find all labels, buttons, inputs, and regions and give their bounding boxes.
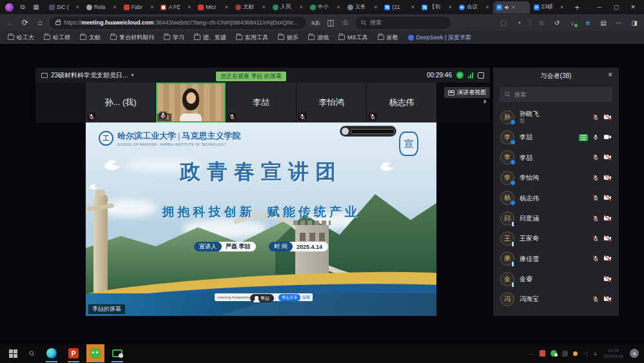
favorite-star-icon[interactable]: ☆	[340, 18, 351, 27]
tray-wechat-icon[interactable]	[551, 350, 557, 357]
stop-sharing-button[interactable]: 停止共享	[278, 294, 300, 301]
chevron-down-icon[interactable]: ▾	[131, 72, 133, 78]
bookmark-item[interactable]: 哈工大	[8, 34, 34, 42]
web-capture-icon[interactable]: ⬚	[499, 19, 508, 26]
participant-row[interactable]: 冯冯海宝	[493, 289, 619, 309]
fullscreen-icon[interactable]	[478, 72, 484, 79]
participant-row[interactable]: 孙孙晓飞我	[493, 107, 619, 127]
bookmark-item[interactable]: 复合材料期刊	[110, 34, 154, 42]
tray-notification-dot[interactable]	[573, 351, 578, 356]
address-bar[interactable]: https://meeting.huaweicloud.com:36443/we…	[50, 17, 306, 29]
close-button[interactable]: ✕	[625, 0, 641, 14]
hide-share-bar-button[interactable]: 隐藏	[302, 295, 310, 300]
collections-icon[interactable]: ▤	[599, 19, 608, 26]
tab-close-icon[interactable]: ×	[225, 4, 228, 10]
camera-icon-off[interactable]	[603, 152, 612, 163]
video-tile[interactable]: 李怡鸿	[297, 83, 366, 123]
tab-close-icon[interactable]: ×	[512, 4, 515, 10]
tab-close-icon[interactable]: ×	[76, 4, 79, 10]
tab-close-icon[interactable]: ×	[337, 4, 340, 10]
camera-icon-off[interactable]	[603, 273, 612, 285]
camera-icon-off[interactable]	[603, 213, 612, 224]
browser-tab[interactable]: 文献×	[232, 1, 269, 14]
toolbar-search-box[interactable]	[355, 17, 451, 29]
home-icon[interactable]: ⌂	[35, 18, 45, 27]
camera-icon[interactable]	[603, 132, 612, 143]
participant-row[interactable]: 邱邱意涵	[493, 208, 619, 228]
workspaces-icon[interactable]: ⧉	[18, 4, 27, 10]
close-panel-icon[interactable]: ×	[608, 71, 612, 79]
tab-close-icon[interactable]: ×	[374, 4, 377, 10]
tab-close-icon[interactable]: ×	[150, 4, 153, 10]
camera-icon-off[interactable]	[603, 293, 612, 305]
tab-close-icon[interactable]: ×	[449, 4, 452, 10]
lock-icon[interactable]	[55, 21, 61, 25]
browser-tab[interactable]: w会议×	[456, 1, 493, 14]
mic-icon-muted[interactable]	[592, 293, 599, 305]
tray-app-icon[interactable]	[540, 350, 545, 357]
mic-icon-muted[interactable]	[592, 172, 599, 184]
camera-icon-off[interactable]	[603, 233, 612, 244]
browser-profile-avatar[interactable]	[5, 3, 14, 12]
browser-tab[interactable]: 人民×	[269, 1, 306, 14]
mic-icon-muted[interactable]	[592, 213, 599, 224]
video-tile[interactable]: 李喆	[226, 83, 296, 123]
participant-row[interactable]: 李李喆	[493, 148, 619, 168]
bookmark-item[interactable]: 游戏	[308, 34, 329, 42]
bookmark-item[interactable]: 家教	[378, 34, 398, 42]
browser-tab[interactable]: SiC (×	[46, 1, 83, 14]
browser-tab[interactable]: 中小×	[307, 1, 344, 14]
hidden-icons-chevron[interactable]: ︿	[529, 350, 534, 357]
network-tray-icon[interactable]: ▲	[592, 350, 598, 357]
mic-icon-muted[interactable]	[592, 233, 599, 244]
refresh-icon[interactable]: ⟳	[20, 18, 30, 27]
browser-tab[interactable]: D×	[493, 1, 530, 14]
taskbar-powerpoint-icon[interactable]: P	[64, 344, 83, 362]
browser-tab[interactable]: A FE×	[157, 1, 194, 14]
filmstrip-next-icon[interactable]: ›	[483, 96, 486, 106]
more-icon[interactable]: ⋯	[614, 19, 623, 26]
search-input[interactable]	[370, 19, 445, 26]
participant-row[interactable]: 王王家奇	[493, 228, 619, 248]
mic-icon-muted[interactable]	[592, 192, 599, 204]
browser-tab[interactable]: D23硕×	[531, 1, 567, 14]
bookmark-item-deepseek[interactable]: DeepSeek | 深度求索	[408, 34, 471, 42]
copilot-icon[interactable]: ◔	[514, 19, 523, 26]
split-screen-icon[interactable]: ◫	[326, 18, 336, 27]
video-tile[interactable]: 李喆	[156, 83, 226, 123]
history-icon[interactable]: ↺	[552, 19, 561, 26]
bookmark-item[interactable]: 文献	[80, 34, 101, 42]
tab-close-icon[interactable]: ×	[262, 4, 266, 10]
minimize-button[interactable]: ─	[591, 0, 608, 14]
camera-icon-off[interactable]	[603, 112, 612, 123]
taskbar-clock[interactable]: 10:04 2025/4/14	[603, 348, 623, 360]
taskbar-screenshare-icon[interactable]	[108, 344, 126, 362]
camera-icon-off[interactable]	[603, 172, 612, 184]
meeting-title-group[interactable]: 23硕材料科学党支部党日... ▾	[41, 71, 133, 80]
tray-icon[interactable]	[562, 351, 568, 357]
taskbar-edge-icon[interactable]	[43, 344, 61, 362]
browser-tab[interactable]: 义务×	[344, 1, 381, 14]
browser-tab[interactable]: Fabr×	[121, 1, 157, 14]
bookmark-item[interactable]: 娱乐	[278, 34, 298, 42]
browser-tab[interactable]: 知【初×	[418, 1, 455, 14]
browser-tab[interactable]: 知(21×	[381, 1, 418, 14]
bookmark-item[interactable]: 哈工程	[44, 34, 70, 42]
favorites-icon[interactable]: ☆	[537, 19, 546, 26]
mic-icon-muted[interactable]	[592, 253, 599, 264]
participant-row[interactable]: 李李喆	[493, 127, 619, 147]
translate-icon[interactable]: aあ	[311, 19, 321, 27]
tab-close-icon[interactable]: ×	[411, 4, 415, 10]
notification-badge[interactable]: 4	[630, 349, 639, 358]
camera-icon-off[interactable]	[603, 192, 612, 204]
participants-search-input[interactable]	[514, 92, 607, 98]
taskbar-wechat-icon[interactable]	[86, 344, 104, 362]
browser-tab[interactable]: Micr×	[195, 1, 231, 14]
volume-overlay[interactable]	[340, 126, 396, 136]
bookmark-item[interactable]: 团、党建	[194, 34, 226, 42]
tab-close-icon[interactable]: ×	[560, 4, 563, 10]
start-button[interactable]	[9, 349, 17, 358]
tab-close-icon[interactable]: ×	[188, 4, 191, 10]
tab-close-icon[interactable]: ×	[113, 4, 116, 10]
back-icon[interactable]: ←	[5, 18, 15, 27]
